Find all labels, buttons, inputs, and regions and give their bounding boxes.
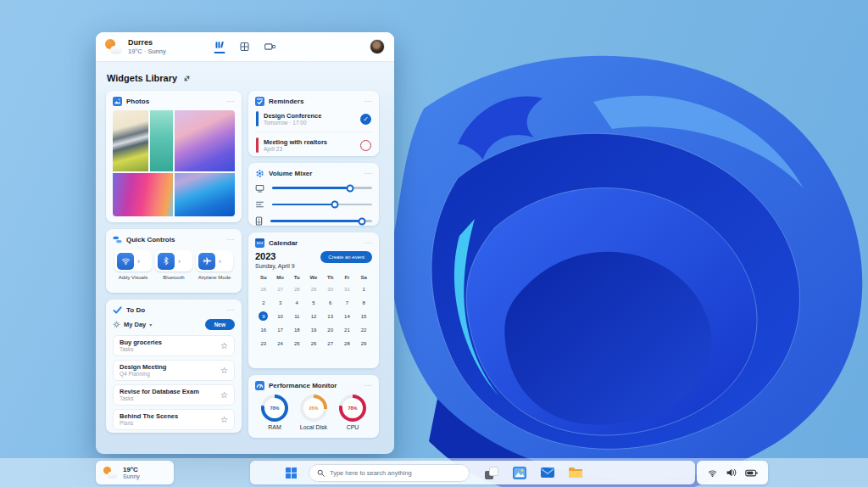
calendar-day[interactable]: 22 xyxy=(355,325,372,334)
calendar-day[interactable]: 8 xyxy=(355,298,372,307)
calendar-day[interactable]: 18 xyxy=(288,325,305,334)
calendar-day[interactable]: 29 xyxy=(305,284,322,294)
photo-thumbnail[interactable] xyxy=(175,173,235,216)
reminder-row[interactable]: Meeting with realtors April 23 xyxy=(255,132,372,158)
todo-filter[interactable]: My Day xyxy=(124,321,146,328)
calendar-day[interactable]: 6 xyxy=(322,298,339,307)
calendar-day[interactable]: 30 xyxy=(322,284,339,294)
photo-thumbnail[interactable] xyxy=(175,110,235,171)
more-menu-button[interactable]: ··· xyxy=(227,308,236,313)
calendar-day[interactable]: 29 xyxy=(355,339,372,348)
wifi-icon[interactable] xyxy=(117,253,134,270)
calendar-day[interactable]: 20 xyxy=(322,325,339,334)
grid-icon[interactable] xyxy=(240,42,250,52)
chevron-right-icon[interactable]: › xyxy=(219,257,221,266)
photo-thumbnail[interactable] xyxy=(150,110,173,171)
calendar-day[interactable]: 23 xyxy=(255,339,272,348)
photos-collage[interactable] xyxy=(113,110,235,216)
wifi-icon[interactable] xyxy=(708,468,717,478)
system-tray[interactable] xyxy=(697,461,768,484)
volume-slider-thumb[interactable] xyxy=(359,217,366,225)
more-menu-button[interactable]: ··· xyxy=(364,241,373,246)
taskbar-search[interactable] xyxy=(309,464,470,482)
tab-widgets-library[interactable] xyxy=(214,40,225,53)
calendar-day[interactable]: 24 xyxy=(272,339,289,348)
more-menu-button[interactable]: ··· xyxy=(364,171,373,176)
mail-app-icon[interactable] xyxy=(541,467,554,479)
quick-control-toggle[interactable]: › xyxy=(196,250,233,271)
calendar-day[interactable]: 5 xyxy=(305,298,322,307)
calendar-day[interactable]: 19 xyxy=(305,325,322,334)
more-menu-button[interactable]: ··· xyxy=(364,383,373,389)
star-icon[interactable]: ☆ xyxy=(220,415,228,424)
star-icon[interactable]: ☆ xyxy=(220,390,228,400)
search-input[interactable] xyxy=(330,469,461,477)
calendar-day[interactable]: 27 xyxy=(322,339,339,348)
star-icon[interactable]: ☆ xyxy=(220,366,228,375)
calendar-day[interactable]: 14 xyxy=(339,311,356,321)
calendar-day[interactable]: 31 xyxy=(339,284,356,294)
volume-icon[interactable] xyxy=(726,467,737,478)
user-avatar[interactable] xyxy=(370,39,385,54)
reminder-title: Meeting with realtors xyxy=(264,138,327,146)
calendar-day[interactable]: 28 xyxy=(288,284,305,294)
volume-slider-track[interactable] xyxy=(272,204,372,206)
calendar-day[interactable]: 4 xyxy=(288,298,305,307)
more-menu-button[interactable]: ··· xyxy=(364,99,373,104)
calendar-day[interactable]: 27 xyxy=(272,284,289,294)
calendar-day[interactable]: 16 xyxy=(255,325,272,334)
photo-thumbnail[interactable] xyxy=(113,110,148,171)
volume-slider-thumb[interactable] xyxy=(347,184,354,192)
quick-control-toggle[interactable]: › xyxy=(114,250,152,271)
taskbar-weather-chip[interactable]: 19°C Sunny xyxy=(96,461,174,484)
quick-control-toggle[interactable]: › xyxy=(155,250,192,271)
more-menu-button[interactable]: ··· xyxy=(227,99,236,104)
calendar-day[interactable]: 11 xyxy=(288,311,305,321)
calendar-day[interactable]: 17 xyxy=(272,325,289,334)
chevron-down-icon[interactable]: ▾ xyxy=(149,322,152,327)
more-menu-button[interactable]: ··· xyxy=(227,238,236,243)
todo-task-row[interactable]: Revise for Database Exam Tasks ☆ xyxy=(113,384,235,406)
volume-slider-track[interactable] xyxy=(272,187,372,189)
calendar-day[interactable]: 1 xyxy=(355,284,372,294)
todo-task-row[interactable]: Design Meeting Q4 Planning ☆ xyxy=(113,360,235,381)
photos-app-icon[interactable] xyxy=(513,467,526,479)
bluetooth-icon[interactable] xyxy=(158,253,175,270)
volume-slider-track[interactable] xyxy=(270,220,372,222)
reminder-done-checkbox[interactable]: ✓ xyxy=(360,114,371,125)
volume-slider-thumb[interactable] xyxy=(331,201,339,209)
quick-control: › Addy Visuals xyxy=(114,250,153,280)
header-weather[interactable]: Durres 19°C · Sunny xyxy=(105,38,166,55)
todo-task-row[interactable]: Buy groceries Tasks ☆ xyxy=(113,335,235,356)
star-icon[interactable]: ☆ xyxy=(220,341,228,350)
calendar-day[interactable]: 12 xyxy=(305,311,322,321)
todo-task-row[interactable]: Behind The Scenes Plans ☆ xyxy=(113,409,235,430)
new-task-button[interactable]: New xyxy=(205,319,235,330)
chevron-right-icon[interactable]: › xyxy=(178,257,181,266)
display-icon xyxy=(255,184,264,193)
calendar-day[interactable]: 10 xyxy=(272,311,289,321)
calendar-day[interactable]: 9 xyxy=(255,311,272,321)
calendar-day[interactable]: 25 xyxy=(288,339,305,348)
expand-icon[interactable] xyxy=(183,75,191,82)
explorer-app-icon[interactable] xyxy=(569,467,582,479)
airplane-icon[interactable] xyxy=(198,253,215,270)
start-button[interactable] xyxy=(286,467,297,479)
calendar-day[interactable]: 28 xyxy=(339,339,356,348)
taskview-icon[interactable] xyxy=(485,467,498,479)
chevron-right-icon[interactable]: › xyxy=(137,257,140,266)
calendar-day[interactable]: 26 xyxy=(255,284,272,294)
camera-icon[interactable] xyxy=(264,42,276,52)
calendar-day[interactable]: 13 xyxy=(322,311,339,321)
reminder-open-checkbox[interactable] xyxy=(360,140,371,151)
photo-thumbnail[interactable] xyxy=(113,173,173,216)
battery-icon[interactable] xyxy=(745,468,758,478)
calendar-day[interactable]: 15 xyxy=(355,311,372,321)
reminder-row[interactable]: Design Conference Tomorrow · 17:00 ✓ xyxy=(255,106,372,132)
create-event-button[interactable]: Create an event xyxy=(320,251,372,263)
calendar-day[interactable]: 2 xyxy=(255,298,272,307)
calendar-day[interactable]: 26 xyxy=(305,339,322,348)
calendar-day[interactable]: 3 xyxy=(272,298,289,307)
calendar-day[interactable]: 21 xyxy=(339,325,356,334)
calendar-day[interactable]: 7 xyxy=(339,298,356,307)
